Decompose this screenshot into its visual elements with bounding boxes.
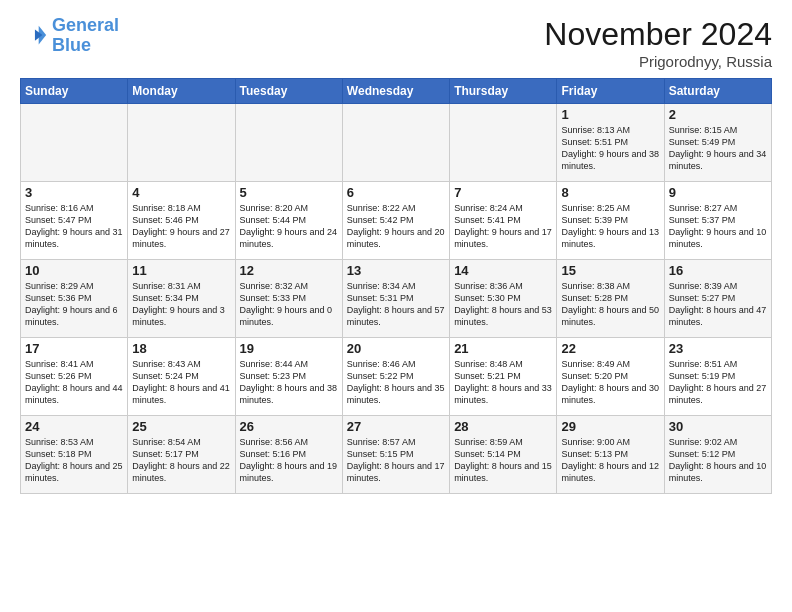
calendar-cell: 18Sunrise: 8:43 AM Sunset: 5:24 PM Dayli… [128, 338, 235, 416]
header-cell-friday: Friday [557, 79, 664, 104]
calendar-cell: 22Sunrise: 8:49 AM Sunset: 5:20 PM Dayli… [557, 338, 664, 416]
day-number: 23 [669, 341, 767, 356]
calendar-header: SundayMondayTuesdayWednesdayThursdayFrid… [21, 79, 772, 104]
header-cell-tuesday: Tuesday [235, 79, 342, 104]
day-number: 7 [454, 185, 552, 200]
calendar-table: SundayMondayTuesdayWednesdayThursdayFrid… [20, 78, 772, 494]
day-number: 8 [561, 185, 659, 200]
day-number: 1 [561, 107, 659, 122]
day-number: 13 [347, 263, 445, 278]
day-number: 15 [561, 263, 659, 278]
day-number: 4 [132, 185, 230, 200]
header-cell-sunday: Sunday [21, 79, 128, 104]
day-number: 27 [347, 419, 445, 434]
day-number: 2 [669, 107, 767, 122]
day-number: 16 [669, 263, 767, 278]
calendar-cell: 24Sunrise: 8:53 AM Sunset: 5:18 PM Dayli… [21, 416, 128, 494]
day-info: Sunrise: 8:25 AM Sunset: 5:39 PM Dayligh… [561, 202, 659, 251]
calendar-cell: 21Sunrise: 8:48 AM Sunset: 5:21 PM Dayli… [450, 338, 557, 416]
calendar-cell: 23Sunrise: 8:51 AM Sunset: 5:19 PM Dayli… [664, 338, 771, 416]
title-block: November 2024 Prigorodnyy, Russia [544, 16, 772, 70]
header-cell-wednesday: Wednesday [342, 79, 449, 104]
day-number: 10 [25, 263, 123, 278]
calendar-cell: 11Sunrise: 8:31 AM Sunset: 5:34 PM Dayli… [128, 260, 235, 338]
calendar-cell: 3Sunrise: 8:16 AM Sunset: 5:47 PM Daylig… [21, 182, 128, 260]
calendar-week-3: 17Sunrise: 8:41 AM Sunset: 5:26 PM Dayli… [21, 338, 772, 416]
day-number: 9 [669, 185, 767, 200]
day-info: Sunrise: 8:32 AM Sunset: 5:33 PM Dayligh… [240, 280, 338, 329]
header-row: SundayMondayTuesdayWednesdayThursdayFrid… [21, 79, 772, 104]
calendar-body: 1Sunrise: 8:13 AM Sunset: 5:51 PM Daylig… [21, 104, 772, 494]
month-title: November 2024 [544, 16, 772, 53]
day-info: Sunrise: 9:02 AM Sunset: 5:12 PM Dayligh… [669, 436, 767, 485]
calendar-cell [342, 104, 449, 182]
calendar-cell [450, 104, 557, 182]
calendar-cell: 17Sunrise: 8:41 AM Sunset: 5:26 PM Dayli… [21, 338, 128, 416]
day-info: Sunrise: 8:29 AM Sunset: 5:36 PM Dayligh… [25, 280, 123, 329]
calendar-cell: 30Sunrise: 9:02 AM Sunset: 5:12 PM Dayli… [664, 416, 771, 494]
header-cell-thursday: Thursday [450, 79, 557, 104]
calendar-cell: 1Sunrise: 8:13 AM Sunset: 5:51 PM Daylig… [557, 104, 664, 182]
logo-line1: General [52, 15, 119, 35]
calendar-cell: 4Sunrise: 8:18 AM Sunset: 5:46 PM Daylig… [128, 182, 235, 260]
calendar-cell: 8Sunrise: 8:25 AM Sunset: 5:39 PM Daylig… [557, 182, 664, 260]
header-cell-saturday: Saturday [664, 79, 771, 104]
day-info: Sunrise: 8:31 AM Sunset: 5:34 PM Dayligh… [132, 280, 230, 329]
calendar-week-1: 3Sunrise: 8:16 AM Sunset: 5:47 PM Daylig… [21, 182, 772, 260]
header: General Blue November 2024 Prigorodnyy, … [20, 16, 772, 70]
day-info: Sunrise: 8:48 AM Sunset: 5:21 PM Dayligh… [454, 358, 552, 407]
logo-icon [20, 22, 48, 50]
calendar-cell: 26Sunrise: 8:56 AM Sunset: 5:16 PM Dayli… [235, 416, 342, 494]
day-info: Sunrise: 8:51 AM Sunset: 5:19 PM Dayligh… [669, 358, 767, 407]
calendar-cell: 29Sunrise: 9:00 AM Sunset: 5:13 PM Dayli… [557, 416, 664, 494]
day-info: Sunrise: 8:38 AM Sunset: 5:28 PM Dayligh… [561, 280, 659, 329]
day-number: 11 [132, 263, 230, 278]
day-info: Sunrise: 8:59 AM Sunset: 5:14 PM Dayligh… [454, 436, 552, 485]
day-number: 28 [454, 419, 552, 434]
calendar-cell [235, 104, 342, 182]
day-number: 17 [25, 341, 123, 356]
day-info: Sunrise: 8:41 AM Sunset: 5:26 PM Dayligh… [25, 358, 123, 407]
day-info: Sunrise: 8:49 AM Sunset: 5:20 PM Dayligh… [561, 358, 659, 407]
day-info: Sunrise: 8:20 AM Sunset: 5:44 PM Dayligh… [240, 202, 338, 251]
calendar-cell [128, 104, 235, 182]
day-info: Sunrise: 8:24 AM Sunset: 5:41 PM Dayligh… [454, 202, 552, 251]
day-info: Sunrise: 8:34 AM Sunset: 5:31 PM Dayligh… [347, 280, 445, 329]
calendar-cell: 6Sunrise: 8:22 AM Sunset: 5:42 PM Daylig… [342, 182, 449, 260]
calendar-cell: 16Sunrise: 8:39 AM Sunset: 5:27 PM Dayli… [664, 260, 771, 338]
day-info: Sunrise: 8:44 AM Sunset: 5:23 PM Dayligh… [240, 358, 338, 407]
calendar-cell: 15Sunrise: 8:38 AM Sunset: 5:28 PM Dayli… [557, 260, 664, 338]
calendar-week-0: 1Sunrise: 8:13 AM Sunset: 5:51 PM Daylig… [21, 104, 772, 182]
calendar-cell: 10Sunrise: 8:29 AM Sunset: 5:36 PM Dayli… [21, 260, 128, 338]
day-info: Sunrise: 8:57 AM Sunset: 5:15 PM Dayligh… [347, 436, 445, 485]
day-number: 25 [132, 419, 230, 434]
calendar-cell: 28Sunrise: 8:59 AM Sunset: 5:14 PM Dayli… [450, 416, 557, 494]
day-info: Sunrise: 8:16 AM Sunset: 5:47 PM Dayligh… [25, 202, 123, 251]
day-info: Sunrise: 8:18 AM Sunset: 5:46 PM Dayligh… [132, 202, 230, 251]
calendar-cell: 25Sunrise: 8:54 AM Sunset: 5:17 PM Dayli… [128, 416, 235, 494]
day-number: 20 [347, 341, 445, 356]
day-number: 18 [132, 341, 230, 356]
day-info: Sunrise: 8:54 AM Sunset: 5:17 PM Dayligh… [132, 436, 230, 485]
day-info: Sunrise: 8:27 AM Sunset: 5:37 PM Dayligh… [669, 202, 767, 251]
logo: General Blue [20, 16, 119, 56]
calendar-cell [21, 104, 128, 182]
calendar-week-2: 10Sunrise: 8:29 AM Sunset: 5:36 PM Dayli… [21, 260, 772, 338]
day-number: 29 [561, 419, 659, 434]
day-number: 19 [240, 341, 338, 356]
day-number: 26 [240, 419, 338, 434]
calendar-cell: 13Sunrise: 8:34 AM Sunset: 5:31 PM Dayli… [342, 260, 449, 338]
calendar-cell: 14Sunrise: 8:36 AM Sunset: 5:30 PM Dayli… [450, 260, 557, 338]
day-info: Sunrise: 8:39 AM Sunset: 5:27 PM Dayligh… [669, 280, 767, 329]
day-info: Sunrise: 8:53 AM Sunset: 5:18 PM Dayligh… [25, 436, 123, 485]
calendar-cell: 27Sunrise: 8:57 AM Sunset: 5:15 PM Dayli… [342, 416, 449, 494]
calendar-cell: 20Sunrise: 8:46 AM Sunset: 5:22 PM Dayli… [342, 338, 449, 416]
day-number: 30 [669, 419, 767, 434]
day-info: Sunrise: 8:56 AM Sunset: 5:16 PM Dayligh… [240, 436, 338, 485]
day-number: 5 [240, 185, 338, 200]
calendar-cell: 9Sunrise: 8:27 AM Sunset: 5:37 PM Daylig… [664, 182, 771, 260]
page: General Blue November 2024 Prigorodnyy, … [0, 0, 792, 504]
calendar-cell: 7Sunrise: 8:24 AM Sunset: 5:41 PM Daylig… [450, 182, 557, 260]
day-number: 3 [25, 185, 123, 200]
header-cell-monday: Monday [128, 79, 235, 104]
